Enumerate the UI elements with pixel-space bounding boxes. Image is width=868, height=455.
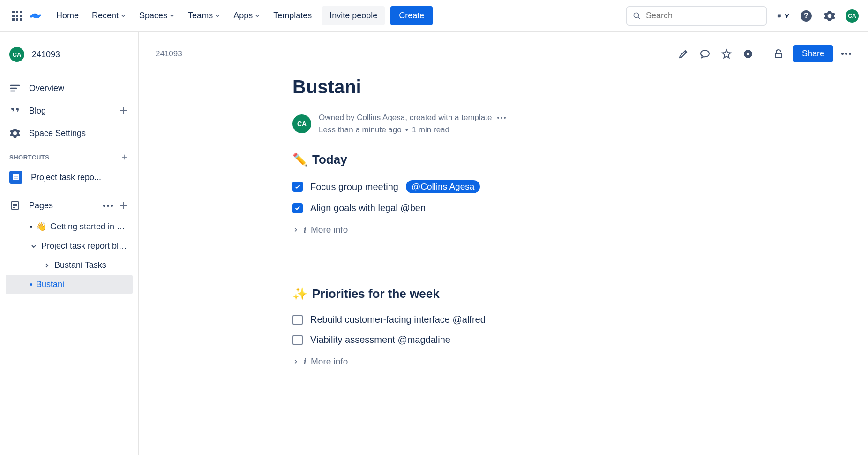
sidebar-blog[interactable]: Blog [6,99,133,122]
more-actions-icon[interactable] [841,53,851,55]
divider [763,48,763,60]
info-icon: i [304,225,306,235]
more-info-toggle[interactable]: i More info [292,350,714,367]
task-row: Focus group meeting @Collins Agesa [292,175,714,198]
space-avatar: CA [9,47,24,62]
tree-project-blueprint[interactable]: Project task report blu... [6,236,133,256]
checkbox[interactable] [292,182,303,192]
nav-home[interactable]: Home [50,7,85,24]
sidebar-blog-label: Blog [29,106,46,116]
nav-recent[interactable]: Recent [85,7,133,24]
wave-emoji-icon: 👋 [36,221,46,232]
separator-dot: • [405,124,408,136]
edit-icon[interactable] [677,47,690,61]
profile-avatar[interactable]: CA [846,9,859,23]
plus-icon[interactable] [118,200,129,211]
main-content: 241093 Share Bustani CA Owned by Collins… [139,32,868,455]
plus-icon[interactable] [118,105,129,116]
more-info-toggle[interactable]: i More info [292,218,714,235]
settings-icon[interactable] [822,8,837,23]
shortcuts-label: SHORTCUTS [9,154,49,161]
space-name: 241093 [32,50,60,60]
page-header: 241093 Share [156,45,851,62]
share-button[interactable]: Share [793,45,833,62]
nav-apps[interactable]: Apps [227,7,267,24]
primary-nav: Home Recent Spaces Teams Apps Templates … [50,6,433,25]
read-time: 1 min read [412,124,449,136]
help-icon[interactable]: ? [799,8,814,23]
nav-spaces[interactable]: Spaces [133,7,181,24]
confluence-logo-icon[interactable] [28,8,43,23]
owner-avatar[interactable]: CA [292,114,311,133]
watch-icon[interactable] [741,47,755,61]
sparkles-emoji-icon: ✨ [292,287,307,301]
chevron-right-icon [292,358,299,365]
chevron-down-icon [120,13,126,19]
topbar-left: Home Recent Spaces Teams Apps Templates … [9,6,433,25]
sidebar-shortcut-item[interactable]: Project task repo... [6,165,133,190]
task-row: Rebuild customer-facing interface @alfre… [292,310,714,330]
chevron-down-icon [215,13,220,19]
sidebar-overview-label: Overview [29,83,64,93]
create-button[interactable]: Create [390,6,433,25]
overview-icon [9,83,21,94]
tree-bustani[interactable]: Bustani [6,275,133,294]
nav-teams[interactable]: Teams [181,7,227,24]
app-switcher-icon[interactable] [9,8,24,23]
invite-people-button[interactable]: Invite people [322,6,385,25]
owner-line: Owned by Collins Agesa, created with a t… [319,112,492,124]
checkbox[interactable] [292,335,303,345]
tree-label: Getting started in C... [50,222,129,232]
priorities-label: Priorities for the week [312,287,440,301]
sidebar-overview[interactable]: Overview [6,77,133,99]
space-header[interactable]: CA 241093 [6,43,133,66]
star-icon[interactable] [720,47,733,61]
tree-label: Bustani Tasks [54,260,106,270]
pencil-emoji-icon: ✏️ [292,152,307,167]
nav-teams-label: Teams [188,11,213,21]
nav-templates[interactable]: Templates [267,7,318,24]
tree-bustani-tasks[interactable]: Bustani Tasks [6,256,133,275]
comment-icon[interactable] [698,47,711,61]
checkbox[interactable] [292,315,303,325]
tree-getting-started[interactable]: 👋 Getting started in C... [6,217,133,236]
bullet-icon [30,226,32,228]
checkbox[interactable] [292,203,303,213]
search-box[interactable] [626,6,767,26]
pages-more-icon[interactable] [103,205,113,207]
today-label: Today [312,152,347,167]
task-row: Align goals with legal @ben [292,198,714,218]
gear-icon [9,128,21,139]
byline-more-icon[interactable] [497,117,506,119]
chevron-down-icon [30,243,37,250]
chevron-down-icon [254,13,260,19]
task-row: Viability assessment @magdaline [292,330,714,350]
task-text: Focus group meeting [310,182,398,192]
page-content: Bustani CA Owned by Collins Agesa, creat… [292,62,714,367]
sidebar-pages[interactable]: Pages [6,194,133,217]
plus-icon[interactable] [120,153,129,161]
more-info-label: More info [311,225,348,235]
today-heading: ✏️ Today [292,152,714,167]
search-input[interactable] [646,11,760,21]
sidebar-shortcuts-header: SHORTCUTS [6,144,133,165]
breadcrumb[interactable]: 241093 [156,49,182,59]
priorities-heading: ✨ Priorities for the week [292,287,714,301]
chevron-right-icon [43,262,51,269]
sidebar-settings-label: Space Settings [29,129,86,138]
top-navigation: Home Recent Spaces Teams Apps Templates … [0,0,868,32]
bullet-icon [30,283,32,286]
info-icon: i [304,357,306,367]
notifications-icon[interactable] [775,8,790,23]
chevron-down-icon [169,13,175,19]
page-title: Bustani [292,76,714,98]
mention-chip[interactable]: @Collins Agesa [406,180,480,193]
nav-recent-label: Recent [92,11,119,21]
restrictions-icon[interactable] [772,47,785,61]
sidebar: CA 241093 Overview Blog Space Settings S… [0,32,139,455]
sidebar-space-settings[interactable]: Space Settings [6,122,133,144]
search-icon [633,12,641,20]
topbar-right: ? CA [626,6,859,26]
chevron-right-icon [292,227,299,233]
blog-icon [9,105,21,116]
